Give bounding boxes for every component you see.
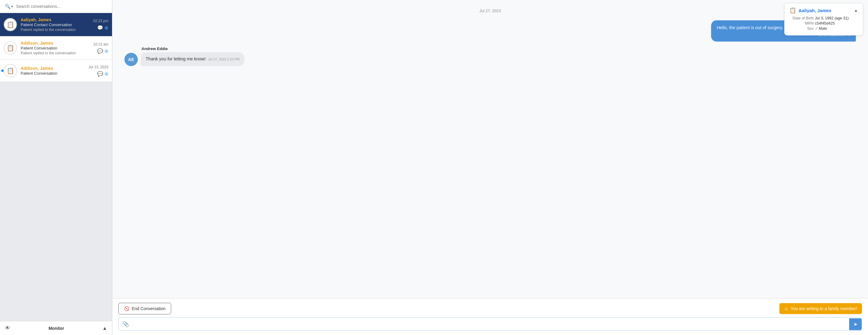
incoming-message-group: Andrew Eddie AE Thank you for letting me… <box>124 47 856 66</box>
warning-text: You are writing to a family member! <box>790 306 857 311</box>
conv-icons-2: 💬 ⊕ <box>97 48 108 54</box>
conv-time-3: Jul 13, 2023 <box>89 65 108 69</box>
send-icon: ➤ <box>854 321 857 327</box>
search-icon: 🔍 <box>5 4 11 9</box>
patient-name-row: 📋 Aaliyah, James <box>789 7 831 14</box>
end-conv-label: End Conversation <box>132 306 165 311</box>
conversation-item-1[interactable]: 📋 Aaliyah, James Patient Contact Convers… <box>0 13 112 36</box>
conv-subtitle-2: Patient replied to the conversation <box>21 51 90 55</box>
conv-subtitle-1: Patient replied to the conversation <box>21 28 90 32</box>
family-member-warning: ⚠ You are writing to a family member! <box>779 303 862 314</box>
message-icon-2: 💬 <box>97 48 103 54</box>
conv-right-3: Jul 13, 2023 💬 ⊕ <box>89 65 108 77</box>
patient-mrn-label: MRN <box>789 21 814 26</box>
incoming-message-row: AE Thank you for letting me know! Jul 27… <box>124 52 856 66</box>
patient-card-collapse-icon[interactable]: ▲ <box>854 8 858 13</box>
monitor-chevron-icon: ▲ <box>102 326 107 331</box>
conv-time-1: 02:23 pm <box>93 19 108 23</box>
end-conv-icon: 🚫 <box>124 306 129 311</box>
eye-icon: 👁 <box>5 325 10 331</box>
patient-sex-row: Sex ♂ Male <box>789 26 858 31</box>
conv-avatar-1: 📋 <box>4 18 17 31</box>
conversation-list: 📋 Aaliyah, James Patient Contact Convers… <box>0 13 112 321</box>
send-button[interactable]: ➤ <box>849 318 862 330</box>
patient-sex-value: ♂ Male <box>815 26 827 31</box>
sidebar: 🔍 ▾ 📋 Aaliyah, James Patient Contact Con… <box>0 0 112 335</box>
patient-dob-label: Date of Birth <box>789 16 814 20</box>
incoming-avatar: AE <box>124 53 138 66</box>
conv-avatar-2: 📋 <box>4 41 17 55</box>
clipboard-icon-3: 📋 <box>7 67 14 74</box>
bottom-actions: 🚫 End Conversation ⚠ You are writing to … <box>118 303 862 314</box>
conv-type-2: Patient Conversation <box>21 46 90 50</box>
conversation-item-2[interactable]: 📋 Addison, James Patient Conversation Pa… <box>0 36 112 60</box>
conversation-item-3[interactable]: 📋 Addison, James Patient Conversation Ju… <box>0 60 112 82</box>
conv-name-1: Aaliyah, James <box>21 17 90 22</box>
chat-bottom: 🚫 End Conversation ⚠ You are writing to … <box>112 298 868 335</box>
conv-icons-3: 💬 ⊕ <box>97 71 108 77</box>
patient-card: 📋 Aaliyah, James ▲ Date of Birth Jul 3, … <box>784 3 863 35</box>
warning-icon: ⚠ <box>784 306 788 311</box>
conv-name-2: Addison, James <box>21 41 90 45</box>
message-input-row: 📎 ➤ <box>118 317 862 331</box>
conv-right-2: 10:13 am 💬 ⊕ <box>93 42 108 54</box>
conv-icons-1: 💬 ⊕ <box>97 25 108 31</box>
incoming-text: Thank you for letting me know! <box>146 56 206 61</box>
attach-icon: 📎 <box>122 321 129 327</box>
patient-card-header: 📋 Aaliyah, James ▲ <box>789 7 858 14</box>
patient-card-name: Aaliyah, James <box>799 8 831 13</box>
end-conversation-button[interactable]: 🚫 End Conversation <box>118 303 171 314</box>
chat-messages: Jul 27, 2023 Hello, the patient is out o… <box>112 0 868 298</box>
attach-button[interactable]: 📎 <box>119 318 133 330</box>
search-bar: 🔍 ▾ <box>0 0 112 13</box>
main-chat: 📋 Aaliyah, James ▲ Date of Birth Jul 3, … <box>112 0 868 335</box>
monitor-bar[interactable]: 👁 Monitor ▲ <box>0 321 112 335</box>
conv-info-1: Aaliyah, James Patient Contact Conversat… <box>21 17 90 32</box>
conv-name-3: Addison, James <box>21 66 85 71</box>
patient-sex-label: Sex <box>789 26 814 31</box>
patient-dob-value: Jul 3, 1992 (age 31) <box>815 16 848 20</box>
clipboard-icon-1: 📋 <box>7 21 14 28</box>
message-icon-3: 💬 <box>97 71 103 77</box>
plus-icon-2[interactable]: ⊕ <box>104 48 108 54</box>
conv-right-1: 02:23 pm 💬 ⊕ <box>93 19 108 31</box>
search-dropdown-arrow: ▾ <box>11 5 13 8</box>
plus-icon-1[interactable]: ⊕ <box>104 25 108 31</box>
conv-type-3: Patient Conversation <box>21 71 85 75</box>
incoming-sender-name: Andrew Eddie <box>142 47 856 51</box>
patient-mrn-value: c54f45d425 <box>815 21 835 26</box>
search-input[interactable] <box>16 4 108 9</box>
outgoing-message: Hello, the patient is out of surgery. Pl… <box>124 20 856 41</box>
patient-clipboard-icon: 📋 <box>789 7 796 14</box>
clipboard-icon-2: 📋 <box>7 44 14 52</box>
conv-info-3: Addison, James Patient Conversation <box>21 66 85 75</box>
incoming-bubble: Thank you for letting me know! Jul 27, 2… <box>141 52 244 66</box>
monitor-label: Monitor <box>49 326 64 331</box>
date-divider: Jul 27, 2023 <box>124 8 856 13</box>
incoming-timestamp: Jul 27, 2023 2:23 PM <box>208 57 240 61</box>
plus-icon-3[interactable]: ⊕ <box>104 71 108 77</box>
conv-time-2: 10:13 am <box>93 42 108 47</box>
patient-mrn-row: MRN c54f45d425 <box>789 21 858 26</box>
patient-dob-row: Date of Birth Jul 3, 1992 (age 31) <box>789 16 858 20</box>
conv-avatar-3: 📋 <box>4 64 17 78</box>
message-input[interactable] <box>133 318 849 330</box>
message-icon-1: 💬 <box>97 25 103 31</box>
conv-info-2: Addison, James Patient Conversation Pati… <box>21 41 90 55</box>
conv-type-1: Patient Contact Conversation <box>21 23 90 27</box>
search-icon-button[interactable]: 🔍 ▾ <box>4 3 14 10</box>
